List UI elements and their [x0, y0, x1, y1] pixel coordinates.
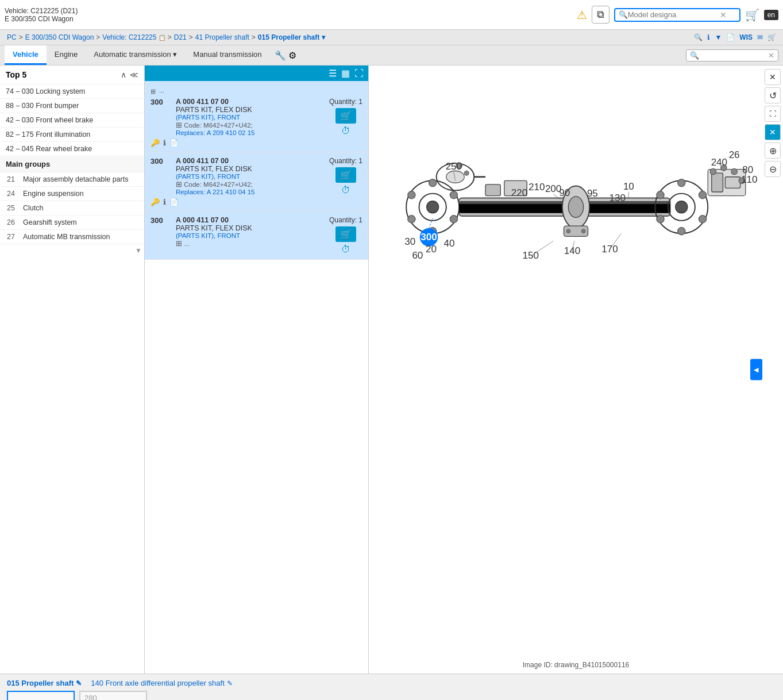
- list-view-icon[interactable]: ☰: [329, 68, 337, 79]
- thumb-edit-015-icon[interactable]: ✎: [76, 679, 82, 687]
- part-sub-2: (PARTS KIT), FRONT: [176, 173, 325, 180]
- zoom-in-icon[interactable]: ⊕: [765, 143, 781, 159]
- part-replaces-2[interactable]: Replaces: A 221 410 04 15: [176, 189, 325, 195]
- part-details-1: A 000 411 07 00 PARTS KIT, FLEX DISK (PA…: [176, 98, 325, 136]
- nav-search-bar[interactable]: 🔍 ✕: [686, 49, 778, 61]
- breadcrumb-current[interactable]: 015 Propeller shaft ▾: [258, 33, 325, 41]
- expand-icon[interactable]: ⛶: [354, 68, 364, 79]
- vehicle-info: Vehicle: C212225 (D21) E 300/350 CDI Wag…: [5, 7, 78, 23]
- image-id-label: Image ID: drawing_B41015000116: [523, 661, 629, 669]
- model-search-bar[interactable]: 🔍 ✕: [614, 8, 740, 22]
- sidebar-group-26[interactable]: 26 Gearshift system: [0, 216, 144, 230]
- tab-engine[interactable]: Engine: [47, 45, 86, 65]
- nav-tabs: Vehicle Engine Automatic transmission ▾ …: [0, 45, 783, 66]
- sidebar-item-illumination[interactable]: 82 – 175 Front illumination: [0, 128, 144, 142]
- breadcrumb-propeller[interactable]: 41 Propeller shaft: [195, 33, 249, 41]
- model-search-input[interactable]: [628, 10, 720, 19]
- thumb-tab-140[interactable]: 140 Front axle differential propeller sh…: [91, 679, 232, 687]
- svg-point-7: [450, 216, 457, 223]
- zoom-fit-icon[interactable]: ⛶: [765, 106, 781, 122]
- svg-text:280: 280: [84, 694, 97, 700]
- thumb-edit-140-icon[interactable]: ✎: [227, 679, 233, 687]
- rotate-icon[interactable]: ↺: [765, 87, 781, 103]
- sidebar-item-rear-brake[interactable]: 42 – 045 Rear wheel brake: [0, 142, 144, 156]
- grid-code-icon-2[interactable]: ⊞: [176, 180, 182, 189]
- sidebar-group-27[interactable]: 27 Automatic MB transmission: [0, 230, 144, 244]
- thumb-item-140[interactable]: 280: [79, 691, 147, 700]
- add-cart-button-1[interactable]: 🛒: [335, 108, 356, 124]
- sidebar-item-wheel-brake[interactable]: 42 – 030 Front wheel brake: [0, 113, 144, 128]
- svg-point-30: [657, 191, 664, 199]
- key-icon-1[interactable]: 🔑: [151, 139, 160, 147]
- zoom-out-icon[interactable]: ⊖: [765, 161, 781, 177]
- breadcrumb-pc[interactable]: PC: [7, 33, 17, 41]
- tab-manual-transmission[interactable]: Manual transmission: [185, 45, 269, 65]
- grid-icon-1[interactable]: ⊞: [151, 88, 156, 95]
- cart-header-icon[interactable]: 🛒: [767, 33, 776, 41]
- grid-code-icon-1[interactable]: ⊞: [176, 121, 182, 129]
- vehicle-id: Vehicle: C212225 (D21): [5, 7, 78, 15]
- breadcrumb-vehicle[interactable]: Vehicle: C212225 📋: [102, 33, 165, 41]
- svg-text:60: 60: [412, 250, 423, 261]
- cursor-icon[interactable]: ✕: [765, 124, 781, 140]
- svg-rect-33: [712, 173, 723, 192]
- search-clear-icon[interactable]: ✕: [720, 10, 727, 20]
- zoom-icon[interactable]: 🔍: [694, 33, 703, 41]
- time-icon-3[interactable]: ⏱: [341, 244, 350, 255]
- cart-icon[interactable]: 🛒: [745, 8, 759, 22]
- part-qty-1: Quantity: 1 🛒 ⏱: [329, 98, 362, 136]
- copy-button[interactable]: ⧉: [592, 6, 610, 24]
- info-icon-2[interactable]: ℹ: [163, 198, 166, 206]
- scroll-down-icon[interactable]: ▼: [135, 247, 142, 255]
- warning-icon[interactable]: ⚠: [577, 8, 587, 22]
- mail-icon[interactable]: ✉: [757, 33, 763, 41]
- sidebar-item-locking[interactable]: 74 – 030 Locking system: [0, 84, 144, 99]
- info-icon-1[interactable]: ℹ: [163, 139, 166, 147]
- side-badge[interactable]: ◀: [750, 359, 762, 380]
- tab-vehicle[interactable]: Vehicle: [5, 45, 47, 65]
- sidebar-group-21[interactable]: 21 Major assembly detachable parts: [0, 172, 144, 187]
- time-icon-1[interactable]: ⏱: [341, 126, 350, 136]
- sidebar-title: Top 5: [6, 70, 26, 79]
- add-cart-button-3[interactable]: 🛒: [335, 226, 356, 242]
- doc-icon-2[interactable]: 📄: [169, 198, 179, 206]
- thumb-tab-015[interactable]: 015 Propeller shaft ✎: [7, 679, 82, 687]
- part-row1-2: 300 A 000 411 07 00 PARTS KIT, FLEX DISK…: [151, 157, 362, 195]
- thumb-img-015: [8, 692, 74, 700]
- doc-icon-1[interactable]: 📄: [169, 139, 179, 147]
- sidebar-collapse-icon[interactable]: ∧: [121, 70, 126, 79]
- tab-automatic-transmission[interactable]: Automatic transmission ▾: [86, 45, 185, 65]
- part-grid-code-3: ⊞ ...: [176, 239, 325, 248]
- grid-code-icon-3[interactable]: ⊞: [176, 239, 182, 248]
- svg-text:95: 95: [587, 188, 598, 199]
- document-icon[interactable]: 📄: [726, 33, 735, 41]
- wrench-icon[interactable]: 🔧: [275, 50, 286, 61]
- wis-icon[interactable]: WIS: [739, 33, 753, 41]
- info-icon[interactable]: ℹ: [707, 33, 710, 41]
- top-bar: Vehicle: C212225 (D21) E 300/350 CDI Wag…: [0, 0, 783, 30]
- part-replaces-1[interactable]: Replaces: A 209 410 02 15: [176, 129, 325, 136]
- sidebar-group-25[interactable]: 25 Clutch: [0, 201, 144, 216]
- breadcrumb-d21[interactable]: D21: [174, 33, 187, 41]
- sidebar-item-bumper[interactable]: 88 – 030 Front bumper: [0, 99, 144, 113]
- sidebar-header: Top 5 ∧ ≪: [0, 66, 144, 84]
- close-panel-button[interactable]: ✕: [765, 69, 781, 85]
- sidebar-expand-icon[interactable]: ≪: [130, 70, 138, 79]
- breadcrumb-actions: 🔍 ℹ ▼ 📄 WIS ✉ 🛒: [694, 33, 776, 41]
- sidebar-group-24[interactable]: 24 Engine suspension: [0, 187, 144, 201]
- time-icon-2[interactable]: ⏱: [341, 185, 350, 195]
- thumb-tab-140-label: 140 Front axle differential propeller sh…: [91, 679, 224, 687]
- settings-icon[interactable]: ⚙: [288, 50, 296, 61]
- grid-view-icon[interactable]: ▦: [341, 68, 350, 79]
- thumb-item-015[interactable]: [7, 691, 75, 700]
- breadcrumb: PC > E 300/350 CDI Wagon > Vehicle: C212…: [0, 30, 783, 45]
- breadcrumb-model[interactable]: E 300/350 CDI Wagon: [25, 33, 94, 41]
- nav-search-input[interactable]: [699, 51, 768, 60]
- add-cart-button-2[interactable]: 🛒: [335, 167, 356, 183]
- language-badge[interactable]: en: [764, 10, 778, 20]
- svg-point-19: [568, 197, 583, 218]
- filter-icon[interactable]: ▼: [715, 33, 722, 41]
- qty-label-2: Quantity: 1: [329, 157, 362, 165]
- key-icon-2[interactable]: 🔑: [151, 198, 160, 206]
- nav-search-clear[interactable]: ✕: [768, 51, 774, 60]
